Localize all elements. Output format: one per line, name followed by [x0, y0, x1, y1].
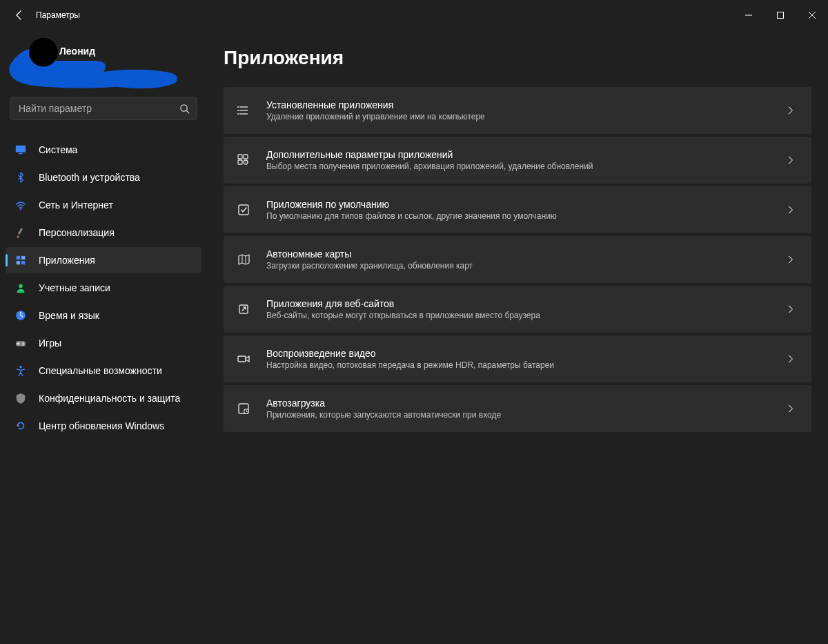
nav-item-label: Специальные возможности	[39, 365, 162, 376]
map-icon	[236, 252, 251, 267]
settings-card-text: АвтозагрузкаПриложения, которые запускаю…	[266, 398, 785, 420]
settings-card-title: Установленные приложения	[266, 99, 785, 110]
sidebar: Леонид СистемаBluetooth и устройстваСеть…	[0, 30, 207, 644]
grid-icon	[14, 253, 28, 267]
settings-card-title: Воспроизведение видео	[266, 348, 785, 359]
main-content: Приложения Установленные приложенияУдале…	[207, 30, 828, 644]
svg-line-4	[186, 110, 189, 113]
back-button[interactable]	[12, 8, 26, 22]
settings-card-subtitle: Веб-сайты, которые могут открываться в п…	[266, 311, 785, 320]
settings-card-maps[interactable]: Автономные картыЗагрузки расположение хр…	[224, 236, 811, 283]
window-title: Параметры	[36, 10, 80, 20]
shield-icon	[14, 391, 28, 405]
settings-card-list: Установленные приложенияУдаление приложе…	[224, 87, 811, 432]
grid-gear-icon	[236, 153, 251, 168]
monitor-icon	[14, 143, 28, 157]
settings-card-text: Установленные приложенияУдаление приложе…	[266, 99, 785, 121]
nav-item-gaming[interactable]: Игры	[6, 330, 201, 356]
nav-item-bluetooth[interactable]: Bluetooth и устройства	[6, 164, 201, 191]
nav-item-privacy[interactable]: Конфиденциальность и защита	[6, 385, 201, 411]
settings-card-title: Автономные карты	[266, 248, 785, 260]
sync-icon	[14, 419, 28, 433]
window-controls	[733, 0, 828, 30]
nav-item-time[interactable]: Время и язык	[6, 302, 201, 329]
settings-card-title: Автозагрузка	[266, 398, 785, 409]
accessibility-icon	[14, 364, 28, 378]
nav-list: СистемаBluetooth и устройстваСеть и Инте…	[6, 137, 201, 439]
nav-item-label: Приложения	[39, 255, 95, 266]
settings-card-subtitle: Удаление приложений и управление ими на …	[266, 112, 785, 121]
brush-icon	[14, 226, 28, 240]
nav-item-label: Сеть и Интернет	[39, 199, 113, 211]
nav-item-label: Центр обновления Windows	[39, 420, 164, 431]
nav-item-apps[interactable]: Приложения	[6, 247, 201, 273]
nav-item-personalization[interactable]: Персонализация	[6, 219, 201, 246]
nav-item-system[interactable]: Система	[6, 137, 201, 163]
chevron-right-icon	[785, 204, 796, 215]
settings-card-defaults[interactable]: Приложения по умолчаниюПо умолчанию для …	[224, 186, 811, 233]
profile-name: Леонид	[59, 46, 95, 57]
nav-item-network[interactable]: Сеть и Интернет	[6, 192, 201, 218]
settings-card-subtitle: По умолчанию для типов файлов и ссылок, …	[266, 211, 785, 221]
svg-point-2	[29, 38, 58, 67]
settings-card-video[interactable]: Воспроизведение видеоНастройка видео, по…	[224, 335, 811, 382]
settings-card-subtitle: Настройка видео, потоковая передача в ре…	[266, 360, 785, 370]
chevron-right-icon	[785, 105, 796, 116]
check-square-icon	[236, 202, 251, 217]
settings-card-text: Автономные картыЗагрузки расположение хр…	[266, 248, 785, 271]
svg-point-3	[181, 104, 187, 110]
chevron-right-icon	[785, 403, 796, 414]
nav-item-update[interactable]: Центр обновления Windows	[6, 413, 201, 439]
person-icon	[14, 281, 28, 295]
settings-card-text: Приложения по умолчаниюПо умолчанию для …	[266, 199, 785, 221]
close-button[interactable]	[796, 0, 828, 30]
nav-item-label: Учетные записи	[39, 282, 110, 293]
chevron-right-icon	[785, 254, 796, 265]
nav-item-label: Игры	[39, 338, 61, 349]
nav-item-label: Конфиденциальность и защита	[39, 393, 180, 404]
bluetooth-icon	[14, 170, 28, 184]
nav-item-label: Персонализация	[39, 227, 115, 238]
settings-card-title: Приложения по умолчанию	[266, 199, 785, 210]
settings-card-advanced[interactable]: Дополнительные параметры приложенийВыбор…	[224, 137, 811, 184]
settings-card-title: Приложения для веб-сайтов	[266, 298, 785, 309]
settings-card-title: Дополнительные параметры приложений	[266, 149, 785, 160]
settings-card-subtitle: Приложения, которые запускаются автомати…	[266, 410, 785, 420]
nav-item-label: Время и язык	[39, 310, 99, 321]
settings-card-text: Дополнительные параметры приложенийВыбор…	[266, 149, 785, 171]
startup-icon	[236, 401, 251, 416]
gamepad-icon	[14, 336, 28, 350]
settings-card-startup[interactable]: АвтозагрузкаПриложения, которые запускаю…	[224, 385, 811, 432]
search-icon	[179, 104, 190, 114]
svg-rect-1	[778, 12, 784, 19]
search-box[interactable]	[10, 97, 197, 120]
maximize-button[interactable]	[765, 0, 796, 30]
nav-item-label: Bluetooth и устройства	[39, 172, 140, 183]
search-input[interactable]	[17, 102, 179, 115]
settings-card-text: Приложения для веб-сайтовВеб-сайты, кото…	[266, 298, 785, 320]
wifi-icon	[14, 198, 28, 212]
settings-card-subtitle: Выбор места получения приложений, архива…	[266, 162, 785, 171]
profile-section[interactable]: Леонид	[6, 36, 201, 90]
settings-card-text: Воспроизведение видеоНастройка видео, по…	[266, 348, 785, 370]
titlebar: Параметры	[0, 0, 828, 30]
chevron-right-icon	[785, 304, 796, 315]
chevron-right-icon	[785, 353, 796, 364]
video-icon	[236, 351, 251, 367]
list-icon	[236, 103, 251, 118]
minimize-button[interactable]	[733, 0, 765, 30]
settings-card-installed[interactable]: Установленные приложенияУдаление приложе…	[224, 87, 811, 134]
settings-card-websites[interactable]: Приложения для веб-сайтовВеб-сайты, кото…	[224, 286, 811, 333]
nav-item-accessibility[interactable]: Специальные возможности	[6, 358, 201, 384]
nav-item-accounts[interactable]: Учетные записи	[6, 275, 201, 301]
chevron-right-icon	[785, 155, 796, 166]
nav-item-label: Система	[39, 144, 77, 155]
page-title: Приложения	[224, 47, 811, 69]
open-icon	[236, 302, 251, 317]
clock-icon	[14, 309, 28, 322]
settings-card-subtitle: Загрузки расположение хранилища, обновле…	[266, 261, 785, 271]
